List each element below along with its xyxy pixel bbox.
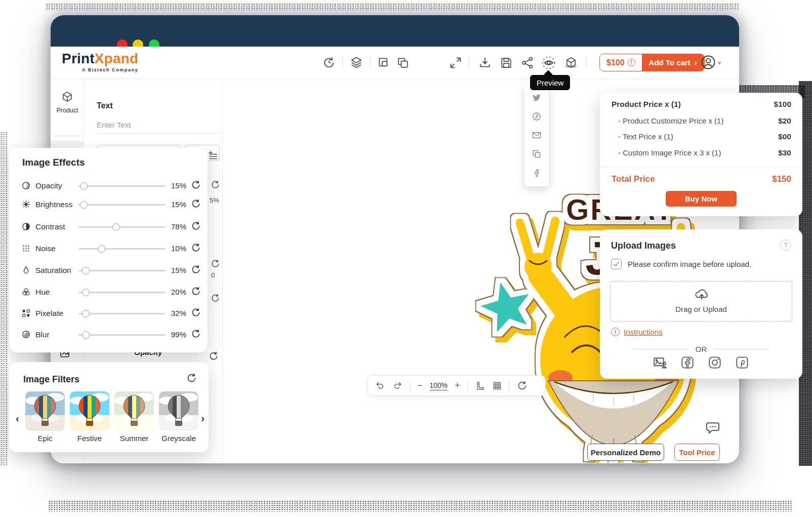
ruler-icon[interactable] <box>475 381 485 391</box>
decorative-noise-border <box>0 132 8 466</box>
effect-row-contrast: Contrast 78% <box>9 219 208 234</box>
chat-icon[interactable] <box>705 419 721 435</box>
reset-icon[interactable] <box>191 287 200 296</box>
blur-slider[interactable] <box>78 331 166 338</box>
price-info-icon[interactable]: ! <box>628 59 635 66</box>
twitter-icon[interactable] <box>532 93 542 103</box>
product-cube-icon <box>61 90 74 103</box>
fullscreen-icon[interactable] <box>449 56 463 70</box>
toolbar-divider <box>370 57 370 68</box>
hidden-slider-value: 0 <box>211 271 215 279</box>
preview-eye-icon[interactable] <box>542 56 556 70</box>
saturation-slider[interactable] <box>78 267 166 274</box>
price-row-label: - Custom Image Price x 3 x (1) <box>618 148 721 157</box>
pinterest-upload-icon[interactable] <box>735 355 750 370</box>
photo-library-icon[interactable] <box>653 355 668 370</box>
noise-slider[interactable] <box>78 245 166 252</box>
save-icon[interactable] <box>499 56 513 70</box>
send-to-back-icon[interactable] <box>396 56 410 70</box>
filter-thumb-festive[interactable] <box>70 391 109 431</box>
text-input[interactable] <box>97 118 220 134</box>
effect-label: Blur <box>35 330 50 339</box>
avatar-chevron-down-icon[interactable]: ˅ <box>718 60 721 66</box>
sidebar-item-product[interactable]: Product <box>51 90 84 114</box>
instagram-upload-icon[interactable] <box>707 355 722 370</box>
undo-icon[interactable] <box>375 381 385 391</box>
confirm-upload-checkbox[interactable] <box>611 259 622 269</box>
filters-prev-button[interactable]: ‹ <box>16 413 19 424</box>
image-effects-panel: Image Effects Opacity 15% Brightness 15%… <box>9 148 208 352</box>
reset-icon[interactable] <box>191 329 200 339</box>
contrast-icon <box>21 222 31 231</box>
confirm-upload-row: Please confirm image before upload. <box>611 259 751 269</box>
filter-label: Festive <box>70 434 109 443</box>
redo-icon[interactable] <box>392 381 402 391</box>
help-icon[interactable]: ? <box>780 240 791 251</box>
pinterest-icon[interactable] <box>532 111 542 122</box>
tool-price-button[interactable]: Tool Price <box>674 444 720 461</box>
upload-images-panel: Upload Images ? Please confirm image bef… <box>600 229 802 379</box>
menu-icon[interactable] <box>208 151 219 164</box>
total-price-value: $150 <box>772 174 791 184</box>
copy-link-icon[interactable] <box>532 149 542 159</box>
add-to-cart-button[interactable]: Add To cart› <box>642 54 704 71</box>
hue-slider[interactable] <box>78 289 166 296</box>
effect-row-pixelate: Pixelate 32% <box>9 306 208 321</box>
effect-value: 20% <box>164 288 186 296</box>
facebook-upload-icon[interactable] <box>680 355 695 370</box>
reset-icon[interactable] <box>211 294 220 305</box>
brightness-slider[interactable] <box>78 201 166 208</box>
image-filters-title: Image Filters <box>23 374 79 385</box>
sidebar-product-label: Product <box>51 107 84 114</box>
reset-icon[interactable] <box>209 351 218 361</box>
grid-icon[interactable] <box>492 381 502 391</box>
rotate-icon[interactable] <box>322 56 336 70</box>
upload-images-title: Upload Images <box>611 241 676 251</box>
filter-thumb-epic[interactable] <box>25 391 65 431</box>
or-label: OR <box>696 345 707 353</box>
cart-price[interactable]: $100! <box>600 54 642 71</box>
upload-dropzone[interactable]: Drag or Upload <box>610 281 792 322</box>
reset-icon[interactable] <box>191 308 200 317</box>
user-avatar-icon[interactable] <box>701 55 716 70</box>
download-icon[interactable] <box>478 56 492 70</box>
personalized-demo-button[interactable]: Personalized Demo <box>587 444 664 461</box>
reset-canvas-icon[interactable] <box>517 381 527 391</box>
effect-label: Noise <box>35 244 56 253</box>
cloud-upload-icon <box>692 287 712 302</box>
layers-icon[interactable] <box>349 56 363 70</box>
filter-label: Epic <box>25 434 65 443</box>
email-icon[interactable] <box>532 130 542 140</box>
reset-icon[interactable] <box>186 373 196 383</box>
filter-label: Summer <box>114 434 154 443</box>
facebook-icon[interactable] <box>532 168 542 178</box>
reset-icon[interactable] <box>191 199 200 209</box>
add-to-cart-label: Add To cart <box>649 58 691 67</box>
3d-view-icon[interactable] <box>564 56 578 70</box>
share-icon[interactable] <box>520 56 535 70</box>
reset-icon[interactable] <box>191 265 200 274</box>
filter-thumb-greyscale[interactable] <box>159 391 198 431</box>
filter-label: Greyscale <box>159 434 198 443</box>
reset-icon[interactable] <box>191 221 200 231</box>
pixelate-slider[interactable] <box>78 310 166 317</box>
zoom-out-button[interactable]: − <box>417 380 423 391</box>
toolbar-divider <box>586 57 587 68</box>
toolbar-divider <box>469 57 469 68</box>
effect-label: Saturation <box>35 266 71 275</box>
bring-to-front-icon[interactable] <box>377 56 391 70</box>
effect-row-noise: Noise 10% <box>9 241 208 256</box>
opacity-slider[interactable] <box>78 182 166 189</box>
contrast-slider[interactable] <box>78 223 166 230</box>
reset-icon[interactable] <box>211 259 220 270</box>
reset-icon[interactable] <box>211 180 220 191</box>
buy-now-button[interactable]: Buy Now <box>666 191 737 207</box>
filters-next-button[interactable]: › <box>201 413 205 424</box>
zoom-in-button[interactable]: + <box>455 380 460 391</box>
zoom-level[interactable]: 100% <box>430 381 448 390</box>
reset-icon[interactable] <box>191 243 200 253</box>
chevron-right-icon: › <box>695 58 697 67</box>
filter-thumb-summer[interactable] <box>114 391 154 431</box>
instructions-link[interactable]: Instructions <box>624 328 663 336</box>
reset-icon[interactable] <box>191 180 200 190</box>
